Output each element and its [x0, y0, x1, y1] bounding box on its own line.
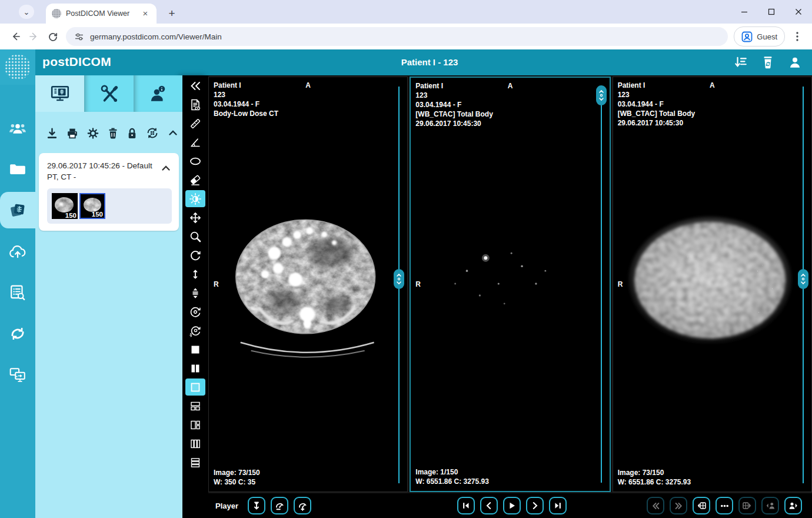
- window-level-icon[interactable]: [185, 190, 205, 207]
- series-thumbnail-ct[interactable]: 150: [79, 193, 105, 219]
- patient-info-icon: [148, 84, 167, 103]
- sidebar-item-remote-devices[interactable]: [0, 357, 35, 393]
- series-thumbnail-pt[interactable]: 150: [52, 193, 78, 219]
- next-series-set-icon[interactable]: [670, 497, 687, 514]
- sidebar-item-patients[interactable]: [0, 109, 35, 146]
- minimize-icon[interactable]: [731, 0, 758, 24]
- ruler-icon[interactable]: [185, 115, 205, 132]
- tab-close-icon[interactable]: ×: [140, 8, 151, 19]
- play-direction-icon[interactable]: [248, 497, 265, 514]
- forward-icon[interactable]: [25, 27, 44, 46]
- brand-logo-tile: [0, 49, 35, 85]
- layout-3-row-icon[interactable]: [185, 454, 205, 471]
- postdicom-app: postDICOM Patient I - 123: [0, 49, 812, 518]
- view-report-icon[interactable]: [185, 96, 205, 113]
- collapse-strip-icon[interactable]: [185, 77, 205, 94]
- browser-tab[interactable]: PostDICOM Viewer ×: [46, 4, 157, 24]
- next-layout-icon[interactable]: [738, 497, 756, 514]
- folder-icon: [9, 161, 26, 177]
- layout-1x3-icon[interactable]: [185, 378, 205, 396]
- sidebar-item-upload[interactable]: [0, 233, 35, 270]
- cine-sync-icon[interactable]: [145, 126, 159, 140]
- reload-icon[interactable]: [44, 27, 62, 46]
- nav-sidebar: [0, 75, 35, 518]
- browser-chrome: ⌄ PostDICOM Viewer × + germany.postdicom…: [0, 0, 812, 49]
- print-icon[interactable]: [66, 127, 79, 140]
- anonymize-gear-icon[interactable]: [86, 127, 99, 140]
- account-icon[interactable]: [787, 55, 803, 70]
- study-panel: 29.06.2017 10:45:26 - Default PT, CT - 1…: [35, 75, 182, 518]
- tab-study-list[interactable]: [35, 75, 84, 112]
- play-icon[interactable]: [503, 497, 521, 514]
- speed-up-icon[interactable]: [294, 497, 311, 514]
- sidebar-item-folders[interactable]: [0, 151, 35, 187]
- panel-tabs: [35, 75, 182, 112]
- study-collapse-icon[interactable]: [160, 162, 172, 174]
- previous-layout-icon[interactable]: [693, 497, 710, 514]
- image-scroll-thumb[interactable]: [596, 85, 607, 105]
- previous-patient-icon[interactable]: [761, 497, 779, 514]
- collapse-chevron-icon[interactable]: [167, 127, 179, 139]
- browser-menu-icon[interactable]: [788, 28, 806, 45]
- reset-rotate-icon[interactable]: [185, 303, 205, 320]
- previous-series-set-icon[interactable]: [647, 497, 664, 514]
- url-text[interactable]: germany.postdicom.com/Viewer/Main: [90, 32, 222, 41]
- layout-left-2-icon[interactable]: [185, 416, 205, 433]
- profile-avatar-icon: [741, 31, 753, 42]
- monitor-xray-icon: [50, 85, 70, 102]
- study-group-card[interactable]: 29.06.2017 10:45:26 - Default PT, CT - 1…: [39, 153, 179, 231]
- tab-patient-info[interactable]: [134, 75, 182, 112]
- zoom-icon[interactable]: [185, 228, 205, 245]
- first-image-icon[interactable]: [457, 497, 475, 514]
- next-image-icon[interactable]: [526, 497, 544, 514]
- people-icon: [9, 120, 26, 135]
- last-image-icon[interactable]: [549, 497, 567, 514]
- series-thumbnail-row: 150 150: [47, 188, 172, 224]
- pan-icon[interactable]: [185, 209, 205, 226]
- address-bar[interactable]: germany.postdicom.com/Viewer/Main: [66, 27, 728, 46]
- close-icon[interactable]: [785, 0, 812, 24]
- maximize-icon[interactable]: [758, 0, 785, 24]
- pet-axial-image: [613, 77, 811, 492]
- stack-scroll-icon[interactable]: [185, 284, 205, 301]
- sidebar-item-viewer[interactable]: [0, 192, 35, 228]
- sidebar-item-worklist[interactable]: [0, 274, 35, 311]
- previous-image-icon[interactable]: [480, 497, 498, 514]
- delete-icon[interactable]: [107, 127, 119, 140]
- layout-1x2-icon[interactable]: [185, 360, 205, 377]
- layout-1x1-icon[interactable]: [185, 341, 205, 358]
- profile-button[interactable]: Guest: [734, 26, 785, 47]
- recycle-bin-icon[interactable]: [760, 55, 776, 70]
- scroll-icon[interactable]: [185, 265, 205, 283]
- image-scroll-thumb[interactable]: [394, 269, 404, 289]
- app-header: postDICOM Patient I - 123: [0, 49, 812, 75]
- new-tab-button[interactable]: +: [164, 5, 180, 22]
- layout-3-col-icon[interactable]: [185, 435, 205, 452]
- series-sort-icon[interactable]: [733, 55, 748, 70]
- angle-icon[interactable]: [185, 134, 205, 151]
- auto-window-icon[interactable]: [185, 322, 205, 339]
- download-icon[interactable]: [46, 127, 58, 140]
- eraser-icon[interactable]: [185, 171, 205, 188]
- viewport-pet-ac[interactable]: Patient I 123 03.04.1944 - F [WB_CTAC] T…: [613, 77, 812, 492]
- patient-title: Patient I - 123: [401, 57, 458, 67]
- speed-down-icon[interactable]: [271, 497, 288, 514]
- ellipse-icon[interactable]: [185, 152, 205, 170]
- back-icon[interactable]: [6, 27, 25, 46]
- layout-top-2-icon[interactable]: [185, 397, 205, 414]
- tab-search-button[interactable]: ⌄: [19, 5, 34, 19]
- image-scroll-thumb[interactable]: [798, 269, 808, 289]
- app-logo: postDICOM: [42, 55, 111, 69]
- sidebar-item-share[interactable]: [0, 316, 35, 352]
- browser-toolbar: germany.postdicom.com/Viewer/Main Guest: [0, 24, 812, 49]
- viewport-ct[interactable]: Patient I 123 03.04.1944 - F Body-Low Do…: [208, 77, 408, 492]
- rotate-icon[interactable]: [185, 247, 205, 264]
- dotted-globe-icon: [5, 54, 31, 80]
- viewport-pet-nac[interactable]: Patient I 123 03.04.1944 - F [WB_CTAC] T…: [410, 77, 610, 492]
- image-scroll-track[interactable]: [601, 87, 602, 483]
- lock-icon[interactable]: [127, 127, 138, 140]
- tab-tools[interactable]: [84, 75, 133, 112]
- next-patient-icon[interactable]: [784, 497, 802, 514]
- more-options-icon[interactable]: [716, 497, 733, 514]
- site-info-icon[interactable]: [74, 32, 84, 42]
